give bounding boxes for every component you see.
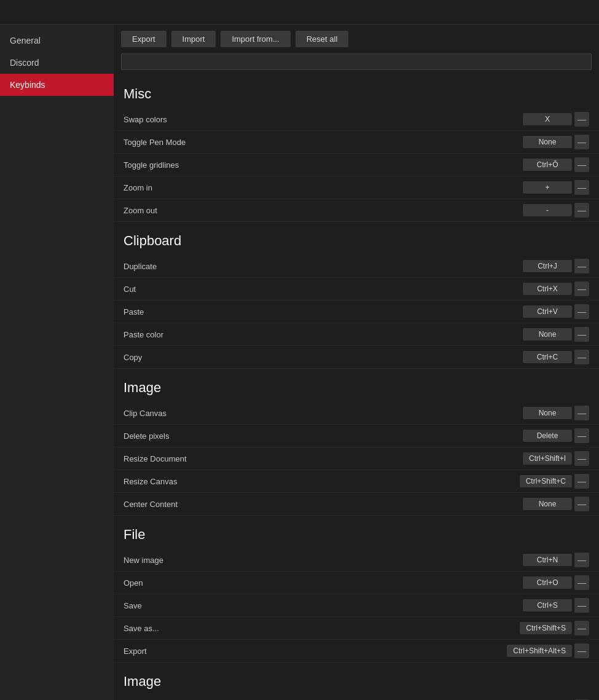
- keybind-clear-button[interactable]: —: [574, 304, 589, 319]
- keybind-label: Toggle Pen Mode: [123, 138, 523, 147]
- keybind-row: Save as...Ctrl+Shift+S—: [114, 617, 599, 640]
- keybind-row: Toggle Pen ModeNone—: [114, 131, 599, 154]
- keybind-clear-button[interactable]: —: [574, 598, 589, 613]
- keybind-clear-button[interactable]: —: [574, 643, 589, 658]
- keybind-row: Center ContentNone—: [114, 493, 599, 516]
- keybind-value[interactable]: None: [523, 407, 572, 419]
- sidebar: GeneralDiscordKeybinds: [0, 25, 114, 700]
- keybind-value[interactable]: Ctrl+J: [523, 260, 572, 272]
- keybind-label: Swap colors: [123, 115, 523, 124]
- keybind-value[interactable]: Ctrl+Shift+C: [520, 475, 572, 487]
- keybind-clear-button[interactable]: —: [574, 474, 589, 489]
- keybind-clear-button[interactable]: —: [574, 406, 589, 420]
- keybind-clear-button[interactable]: —: [574, 621, 589, 635]
- keybind-label: Center Content: [123, 500, 523, 509]
- sidebar-item-keybinds[interactable]: Keybinds: [0, 74, 114, 96]
- toolbar-btn-export[interactable]: Export: [121, 31, 166, 47]
- keybind-value[interactable]: -: [523, 204, 572, 216]
- keybind-clear-button[interactable]: —: [574, 327, 589, 342]
- section-title-clipboard: Clipboard: [114, 222, 599, 255]
- keybind-label: Zoom in: [123, 183, 523, 192]
- keybind-clear-button[interactable]: —: [574, 157, 589, 172]
- keybind-clear-button[interactable]: —: [574, 259, 589, 273]
- keybind-value[interactable]: Ctrl+S: [523, 599, 572, 612]
- keybind-label: Resize Document: [123, 454, 523, 463]
- keybind-label: Copy: [123, 353, 523, 362]
- keybind-clear-button[interactable]: —: [574, 135, 589, 149]
- content-scroll[interactable]: MiscSwap colorsX—Toggle Pen ModeNone—Tog…: [114, 75, 599, 700]
- keybind-row: SaveCtrl+S—: [114, 594, 599, 617]
- keybind-clear-button[interactable]: —: [574, 203, 589, 218]
- sidebar-item-general[interactable]: General: [0, 29, 114, 52]
- keybind-row: PasteCtrl+V—: [114, 301, 599, 323]
- keybind-value[interactable]: Ctrl+Shift+I: [523, 452, 572, 465]
- keybind-row: Delete pixelsDelete—: [114, 425, 599, 447]
- toolbar: ExportImportImport from...Reset all: [114, 25, 599, 53]
- keybind-label: New image: [123, 556, 523, 565]
- keybind-label: Paste: [123, 307, 523, 317]
- keybind-row: Paste colorNone—: [114, 323, 599, 346]
- keybind-value[interactable]: Ctrl+N: [523, 554, 572, 566]
- keybind-clear-button[interactable]: —: [574, 180, 589, 195]
- keybind-clear-button[interactable]: —: [574, 497, 589, 511]
- toolbar-btn-import[interactable]: Import: [171, 31, 216, 47]
- keybind-value[interactable]: Ctrl+V: [523, 305, 572, 318]
- keybind-value[interactable]: Ctrl+O: [523, 576, 572, 589]
- keybind-value[interactable]: None: [523, 498, 572, 510]
- keybind-value[interactable]: None: [523, 328, 572, 340]
- toolbar-btn-reset-all[interactable]: Reset all: [296, 31, 349, 47]
- keybind-label: Open: [123, 578, 523, 588]
- keybind-label: Cut: [123, 285, 523, 294]
- keybind-value[interactable]: X: [523, 113, 572, 125]
- keybind-row: Toggle gridlinesCtrl+Ō—: [114, 154, 599, 176]
- keybind-label: Zoom out: [123, 206, 523, 215]
- main-content: ExportImportImport from...Reset all Misc…: [114, 25, 599, 700]
- keybind-row: CutCtrl+X—: [114, 278, 599, 301]
- keybind-clear-button[interactable]: —: [574, 428, 589, 443]
- title-bar: [0, 0, 599, 25]
- keybind-clear-button[interactable]: —: [574, 350, 589, 364]
- keybind-label: Save as...: [123, 624, 520, 633]
- keybind-clear-button[interactable]: —: [574, 553, 589, 567]
- main-layout: GeneralDiscordKeybinds ExportImportImpor…: [0, 25, 599, 700]
- toolbar-btn-import-from[interactable]: Import from...: [221, 31, 290, 47]
- keybind-row: New imageCtrl+N—: [114, 549, 599, 572]
- keybind-value[interactable]: +: [523, 181, 572, 194]
- keybind-row: ExportCtrl+Shift+Alt+S—: [114, 640, 599, 663]
- keybind-row: OpenCtrl+O—: [114, 572, 599, 594]
- sidebar-item-discord[interactable]: Discord: [0, 52, 114, 74]
- keybind-value[interactable]: Ctrl+Shift+Alt+S: [507, 645, 572, 657]
- keybind-label: Save: [123, 601, 523, 610]
- keybind-row: Clip CanvasNone—: [114, 402, 599, 425]
- keybind-row: Swap colorsX—: [114, 108, 599, 131]
- keybind-clear-button[interactable]: —: [574, 451, 589, 466]
- keybind-clear-button[interactable]: —: [574, 281, 589, 296]
- keybind-value[interactable]: None: [523, 136, 572, 148]
- keybind-row: DuplicateCtrl+J—: [114, 255, 599, 278]
- section-title-file: File: [114, 516, 599, 549]
- keybind-label: Clip Canvas: [123, 409, 523, 418]
- keybind-value[interactable]: Ctrl+C: [523, 351, 572, 363]
- keybind-row: Resize DocumentCtrl+Shift+I—: [114, 447, 599, 470]
- section-title-misc: Misc: [114, 75, 599, 108]
- keybind-row: Zoom out-—: [114, 199, 599, 222]
- keybind-value[interactable]: Delete: [523, 430, 572, 442]
- keybind-label: Delete pixels: [123, 431, 523, 441]
- keybind-label: Resize Canvas: [123, 477, 520, 486]
- keybind-clear-button[interactable]: —: [574, 575, 589, 590]
- keybind-row: New LayerCtrl+Shift+N—: [114, 696, 599, 700]
- keybind-label: Toggle gridlines: [123, 160, 523, 170]
- keybind-label: Paste color: [123, 330, 523, 339]
- keybind-row: Resize CanvasCtrl+Shift+C—: [114, 470, 599, 493]
- keybind-label: Duplicate: [123, 262, 523, 271]
- keybind-value[interactable]: Ctrl+X: [523, 283, 572, 295]
- section-title-image2: Image: [114, 663, 599, 696]
- keybind-value[interactable]: Ctrl+Ō: [523, 159, 572, 171]
- section-title-image1: Image: [114, 369, 599, 402]
- keybind-clear-button[interactable]: —: [574, 112, 589, 127]
- search-input[interactable]: [121, 53, 592, 70]
- keybind-row: Zoom in+—: [114, 176, 599, 199]
- keybind-label: Export: [123, 647, 507, 656]
- keybind-row: CopyCtrl+C—: [114, 346, 599, 369]
- keybind-value[interactable]: Ctrl+Shift+S: [520, 622, 572, 634]
